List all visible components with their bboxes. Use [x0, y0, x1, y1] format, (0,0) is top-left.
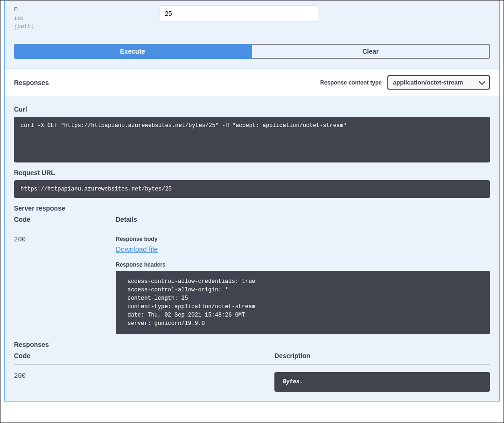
- parameter-label-col: n int (path): [14, 5, 160, 30]
- download-file-link[interactable]: Download file: [116, 245, 158, 253]
- swagger-ui-container: n int (path) Execute Clear Responses Res…: [0, 0, 504, 423]
- responses-body: Curl curl -X GET "https://httpapianu.azu…: [5, 96, 499, 401]
- content-type-label: Response content type: [320, 79, 382, 86]
- curl-label: Curl: [14, 106, 490, 113]
- response-body-label: Response body: [116, 236, 490, 242]
- server-response-row: 200 Response body Download file Response…: [14, 236, 490, 334]
- th-details: Details: [116, 216, 490, 223]
- curl-command-box[interactable]: curl -X GET "https://httpapianu.azureweb…: [14, 117, 490, 162]
- documented-responses-label: Responses: [14, 341, 490, 348]
- server-response-thead: Code Details: [14, 216, 490, 228]
- param-type: int: [14, 15, 160, 22]
- documented-code-200: 200: [14, 372, 274, 380]
- responses-title: Responses: [14, 79, 49, 86]
- execute-button[interactable]: Execute: [14, 44, 251, 59]
- response-headers-box[interactable]: access-control-allow-credentials: true a…: [116, 271, 490, 334]
- param-name: n: [14, 5, 160, 13]
- th-code-2: Code: [14, 352, 274, 360]
- content-type-group: Response content type application/octet-…: [320, 75, 490, 90]
- button-row: Execute Clear: [14, 44, 490, 59]
- documented-response-row: 200 Bytes.: [14, 372, 490, 392]
- content-type-select-wrap: application/octet-stream: [387, 75, 490, 90]
- server-response-label: Server response: [14, 204, 490, 212]
- response-headers-label: Response headers: [116, 261, 490, 268]
- th-code: Code: [14, 216, 116, 223]
- server-response-table: Code Details 200 Response body Download …: [14, 216, 490, 334]
- parameter-input-col: [160, 5, 318, 22]
- th-description: Description: [274, 352, 490, 360]
- param-in: (path): [14, 23, 160, 30]
- response-code-200: 200: [14, 236, 116, 243]
- documented-responses-table: Code Description 200 Bytes.: [14, 352, 490, 392]
- clear-button[interactable]: Clear: [251, 44, 490, 59]
- documented-description-cell: Bytes.: [274, 372, 490, 392]
- request-url-box[interactable]: https://httpapianu.azurewebsites.net/byt…: [14, 180, 490, 198]
- responses-header-bar: Responses Response content type applicat…: [5, 68, 499, 96]
- parameters-section: n int (path) Execute Clear: [5, 0, 499, 68]
- param-n-input[interactable]: [160, 5, 318, 22]
- documented-responses-thead: Code Description: [14, 352, 490, 365]
- request-url-label: Request URL: [14, 169, 490, 176]
- description-box: Bytes.: [274, 372, 490, 392]
- operation-panel: n int (path) Execute Clear Responses Res…: [4, 0, 500, 402]
- content-type-select[interactable]: application/octet-stream: [387, 75, 490, 90]
- parameter-row: n int (path): [14, 5, 490, 30]
- response-details: Response body Download file Response hea…: [116, 236, 490, 334]
